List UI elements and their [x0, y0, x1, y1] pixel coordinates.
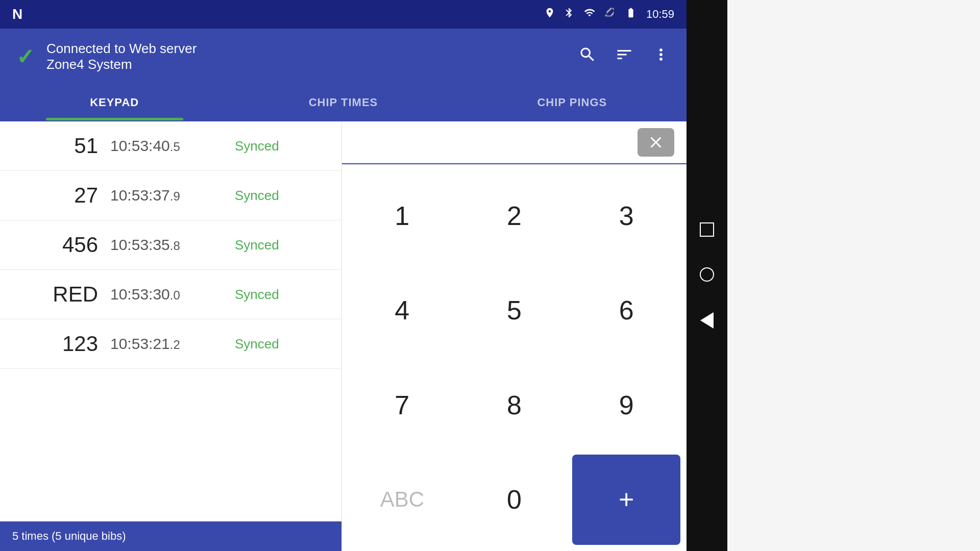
key-0[interactable]: 0: [458, 453, 571, 547]
key-3[interactable]: 3: [570, 168, 682, 263]
keypad-input[interactable]: [354, 128, 638, 157]
sync-status: Synced: [235, 287, 279, 303]
sim-off-icon: [604, 7, 616, 21]
key-8[interactable]: 8: [458, 358, 571, 453]
timing-row-5: 123 10:53:21.2 Synced: [0, 319, 341, 369]
battery-icon: [624, 7, 638, 21]
connection-subtitle: Zone4 System: [46, 57, 197, 72]
sync-status: Synced: [235, 138, 279, 154]
keypad-clear-button[interactable]: [638, 128, 674, 157]
time-value: 10:53:37.9: [110, 187, 223, 204]
nav-back-icon[interactable]: [700, 312, 714, 329]
timing-row-4: RED 10:53:30.0 Synced: [0, 270, 341, 319]
bib-number: 123: [16, 332, 98, 356]
status-bar: N 10:59: [0, 0, 687, 29]
sync-status: Synced: [235, 336, 279, 352]
timing-footer: 5 times (5 unique bibs): [0, 521, 341, 551]
filter-icon[interactable]: [615, 45, 633, 68]
tab-chip-pings[interactable]: CHIP PINGS: [458, 85, 687, 120]
timing-row-3: 456 10:53:35.8 Synced: [0, 220, 341, 270]
app-bar-actions: [578, 45, 670, 68]
bib-number: 51: [16, 134, 98, 158]
key-4[interactable]: 4: [346, 263, 458, 358]
timing-row-2: 27 10:53:37.9 Synced: [0, 171, 341, 220]
time-value: 10:53:30.0: [110, 286, 223, 303]
tab-keypad[interactable]: KEYPAD: [0, 85, 229, 120]
clock: 10:59: [646, 8, 674, 21]
content-area: 51 10:53:40.5 Synced 27 10:53:37.9 Synce…: [0, 121, 687, 551]
bib-number: RED: [16, 282, 98, 307]
key-plus[interactable]: +: [572, 455, 680, 545]
tab-bar: KEYPAD CHIP TIMES CHIP PINGS: [0, 85, 687, 121]
wifi-icon: [583, 7, 596, 21]
sync-status: Synced: [235, 188, 279, 204]
location-icon: [544, 7, 555, 21]
status-bar-right: 10:59: [544, 7, 674, 21]
key-9[interactable]: 9: [570, 358, 682, 453]
key-7[interactable]: 7: [346, 358, 458, 453]
time-value: 10:53:40.5: [110, 137, 223, 155]
bluetooth-icon: [564, 7, 575, 21]
time-value: 10:53:35.8: [110, 236, 223, 254]
key-abc[interactable]: ABC: [346, 453, 458, 547]
key-6[interactable]: 6: [570, 263, 682, 358]
timing-row-1: 51 10:53:40.5 Synced: [0, 121, 341, 171]
key-2[interactable]: 2: [458, 168, 571, 263]
app-logo: N: [12, 6, 22, 22]
keypad-input-row: [342, 121, 687, 164]
connection-info: Connected to Web server Zone4 System: [46, 41, 197, 72]
sync-status: Synced: [235, 237, 279, 253]
bib-number: 456: [16, 233, 98, 257]
connection-status-icon: ✓: [16, 44, 34, 69]
nav-home-icon[interactable]: [700, 267, 714, 282]
status-bar-left: N: [12, 6, 22, 22]
timing-panel: 51 10:53:40.5 Synced 27 10:53:37.9 Synce…: [0, 121, 342, 551]
android-nav-bar: [687, 0, 727, 551]
tab-chip-times[interactable]: CHIP TIMES: [229, 85, 457, 120]
keypad-grid: 1 2 3 4 5 6 7 8 9 ABC 0 +: [342, 164, 687, 551]
keypad-panel: 1 2 3 4 5 6 7 8 9 ABC 0 +: [342, 121, 687, 551]
time-value: 10:53:21.2: [110, 335, 223, 353]
app-bar: ✓ Connected to Web server Zone4 System: [0, 29, 687, 85]
key-1[interactable]: 1: [346, 168, 458, 263]
key-5[interactable]: 5: [458, 263, 571, 358]
search-icon[interactable]: [578, 45, 597, 68]
app-bar-left: ✓ Connected to Web server Zone4 System: [16, 41, 197, 72]
more-options-icon[interactable]: [652, 45, 670, 68]
connection-title: Connected to Web server: [46, 41, 197, 57]
bib-number: 27: [16, 183, 98, 208]
nav-recent-apps-icon[interactable]: [700, 222, 714, 237]
